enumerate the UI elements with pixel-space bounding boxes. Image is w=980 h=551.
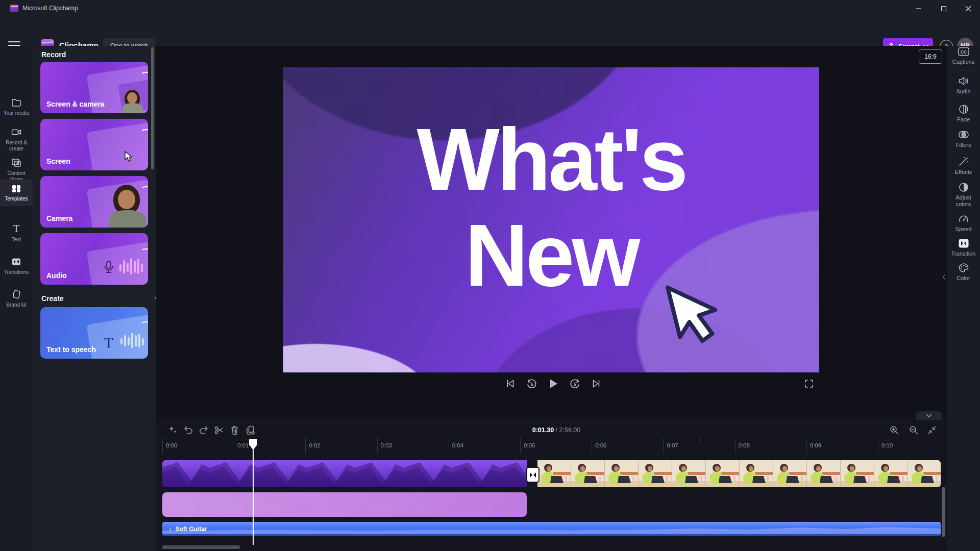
suggestions-button[interactable] <box>166 423 180 437</box>
time-display: 0:01.30 / 2:56.00 <box>505 427 607 434</box>
zoom-in-icon <box>889 424 900 436</box>
player-controls: 5 5 <box>503 376 604 391</box>
zoom-in-button[interactable] <box>887 423 901 437</box>
sidebar-item-brand-kit[interactable]: Brand kit <box>0 286 33 312</box>
canvas-cursor-graphic <box>657 276 733 352</box>
record-card-label: Screen & camera <box>46 100 105 109</box>
sidebar-item-your-media[interactable]: Your media <box>0 94 33 120</box>
timeline-vertical-scrollbar[interactable] <box>942 487 945 537</box>
sidebar-item-color[interactable]: Color <box>947 262 980 282</box>
right-sidebar: CC Captions Audio Fade Filters <box>947 46 980 551</box>
collapse-timeline-tab[interactable] <box>916 411 942 420</box>
title-clip-artwork <box>162 460 527 487</box>
audio-waveform-artwork <box>162 522 941 536</box>
duplicate-button[interactable] <box>243 423 258 437</box>
aspect-ratio-label: 16:9 <box>924 53 936 60</box>
sidebar-item-text[interactable]: T Text <box>0 220 33 247</box>
collapse-right-panel-handle[interactable] <box>940 269 947 285</box>
zoom-fit-button[interactable] <box>925 423 939 437</box>
video-thumbnails-artwork <box>537 460 941 487</box>
ruler-label: 0:05 <box>520 438 592 454</box>
fullscreen-icon <box>803 378 815 389</box>
video-camera-icon <box>11 127 22 138</box>
ruler-label: 0:07 <box>663 438 734 454</box>
filters-icon <box>958 129 970 140</box>
skip-back-button[interactable] <box>503 376 518 391</box>
canvas-title-line2: New <box>283 207 819 303</box>
sidebar-item-audio[interactable]: Audio <box>947 76 980 95</box>
record-card-audio[interactable]: Audio <box>40 233 148 285</box>
music-note-icon: ♪ <box>168 525 172 533</box>
video-clip-thumbnails[interactable] <box>537 460 941 487</box>
presenter-photo <box>121 90 144 113</box>
overlay-clip[interactable] <box>162 492 527 517</box>
play-button[interactable] <box>546 376 561 391</box>
fullscreen-button[interactable] <box>801 376 817 391</box>
sidebar-item-transitions[interactable]: Transitions <box>0 253 33 280</box>
video-clip-title[interactable] <box>162 460 527 487</box>
rewind-5-button[interactable]: 5 <box>524 376 540 391</box>
zoom-out-button[interactable] <box>906 423 921 437</box>
clip-transition-chip[interactable] <box>526 467 540 483</box>
sidebar-item-effects[interactable]: Effects <box>947 155 980 176</box>
sidebar-item-fade[interactable]: Fade <box>947 104 980 123</box>
templates-icon <box>11 183 22 194</box>
sidebar-item-label: Captions <box>947 59 980 65</box>
svg-text:5: 5 <box>530 382 533 387</box>
sidebar-item-label: Brand kit <box>0 302 33 308</box>
aspect-ratio-badge[interactable]: 16:9 <box>919 49 942 64</box>
svg-text:5: 5 <box>573 382 576 387</box>
record-card-label: Screen <box>46 157 70 166</box>
playhead-line[interactable] <box>253 439 254 545</box>
forward-5-button[interactable]: 5 <box>567 376 582 391</box>
video-preview-canvas[interactable]: What's New <box>283 67 819 372</box>
fit-icon <box>926 424 938 436</box>
redo-button[interactable] <box>197 423 211 437</box>
skip-forward-button[interactable] <box>589 376 604 391</box>
forward-5-icon: 5 <box>569 378 581 390</box>
ruler-label: 0:02 <box>305 438 377 454</box>
svg-text:T: T <box>104 335 113 350</box>
transitions-icon <box>11 256 22 267</box>
audio-clip[interactable] <box>162 522 941 536</box>
ruler-label: 0:10 <box>878 438 949 454</box>
microphone-icon <box>103 260 114 276</box>
ruler-label: 0:08 <box>735 438 806 454</box>
record-card-screen-and-camera[interactable]: Screen & camera <box>40 62 148 113</box>
redo-icon <box>198 424 209 436</box>
sidebar-item-label: Filters <box>947 142 980 148</box>
sidebar-item-label: Fade <box>947 116 980 123</box>
split-button[interactable] <box>212 423 226 437</box>
brand-kit-icon <box>11 289 22 300</box>
skip-forward-icon <box>591 378 602 389</box>
sidebar-item-speed[interactable]: Speed <box>947 213 980 233</box>
maximize-button[interactable] <box>932 0 955 17</box>
create-card-text-to-speech[interactable]: T Text to speech <box>40 307 148 359</box>
sidebar-item-record-create[interactable]: Record & create <box>0 123 33 156</box>
time-separator: / <box>554 427 559 434</box>
timeline-horizontal-scrollbar[interactable] <box>162 545 240 549</box>
minimize-button[interactable] <box>906 0 930 17</box>
sidebar-item-captions[interactable]: CC Captions <box>947 46 980 65</box>
panel-scrollbar[interactable] <box>151 47 154 169</box>
clipchamp-app-icon <box>10 5 18 12</box>
magic-wand-icon <box>958 155 970 167</box>
record-heading: Record <box>41 51 66 59</box>
sidebar-item-transition[interactable]: Transition <box>947 238 980 257</box>
ruler-label: 0:04 <box>449 438 520 454</box>
undo-button[interactable] <box>181 423 195 437</box>
record-card-camera[interactable]: Camera <box>40 176 148 228</box>
speed-icon <box>958 213 970 224</box>
record-card-screen[interactable]: Screen <box>40 119 148 170</box>
timeline-ruler[interactable]: 0:00 0:01 0:02 0:03 0:04 0:05 0:06 0:07 … <box>162 438 951 454</box>
left-sidebar: Your media Record & create Content libra… <box>0 46 33 551</box>
sidebar-item-filters[interactable]: Filters <box>947 129 980 148</box>
close-icon <box>965 6 971 12</box>
delete-button[interactable] <box>228 423 242 437</box>
close-button[interactable] <box>957 0 980 17</box>
sidebar-item-templates[interactable]: Templates <box>0 180 33 206</box>
record-card-label: Camera <box>46 214 72 223</box>
sidebar-item-adjust-colors[interactable]: Adjust colors <box>947 182 980 207</box>
play-icon <box>547 378 559 390</box>
current-time: 0:01.30 <box>532 427 554 434</box>
